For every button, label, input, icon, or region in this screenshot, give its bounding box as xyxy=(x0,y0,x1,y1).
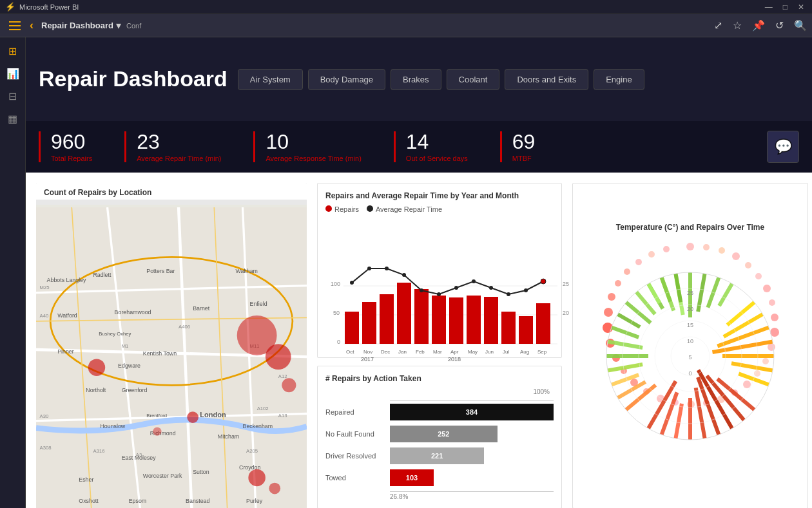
svg-text:Jul: Jul xyxy=(503,349,509,355)
bar-may[interactable] xyxy=(467,296,481,344)
svg-point-35 xyxy=(743,381,751,388)
action-taken-chart: # Repairs by Action Taken 100% Repaired … xyxy=(317,366,562,508)
action-label-repaired: Repaired xyxy=(325,408,390,416)
svg-text:London: London xyxy=(200,411,226,419)
sidebar-layout-icon[interactable]: ▦ xyxy=(8,113,17,125)
svg-text:A12: A12 xyxy=(278,373,287,379)
hamburger-line xyxy=(9,21,21,23)
kpi-avg-repair-time: 23 Average Repair Time (min) xyxy=(124,131,240,162)
kpi-total-repairs: 960 Total Repairs xyxy=(39,131,111,162)
svg-rect-85 xyxy=(617,312,641,328)
bar-sep[interactable] xyxy=(536,303,550,344)
report-title: Repair Dashboard xyxy=(41,21,113,30)
repairs-legend: Repairs xyxy=(325,205,359,213)
svg-text:25: 25 xyxy=(563,281,569,287)
close-btn[interactable]: ✕ xyxy=(795,3,807,12)
maximize-btn[interactable]: □ xyxy=(780,3,790,12)
svg-text:M1: M1 xyxy=(122,343,129,349)
svg-text:Jun: Jun xyxy=(485,349,494,355)
action-bar-repaired[interactable]: 384 xyxy=(390,404,554,420)
back-button[interactable]: ‹ xyxy=(30,19,34,32)
svg-point-48 xyxy=(604,308,613,317)
bar-jun[interactable] xyxy=(484,297,498,344)
tab-coolant[interactable]: Coolant xyxy=(447,69,500,90)
svg-point-29 xyxy=(769,299,775,306)
window-controls[interactable]: — □ ✕ xyxy=(762,3,807,12)
repair-bubble[interactable] xyxy=(266,344,291,370)
repair-bubble[interactable] xyxy=(282,378,296,392)
bar-chart-svg: 0 50 100 25 20 xyxy=(325,218,577,347)
line-dot xyxy=(524,288,528,292)
svg-text:20: 20 xyxy=(563,310,569,316)
minimize-btn[interactable]: — xyxy=(762,3,775,12)
svg-text:Greenford: Greenford xyxy=(122,387,148,393)
action-bar-towed[interactable]: 103 xyxy=(390,469,434,486)
svg-text:Esher: Esher xyxy=(79,476,93,483)
svg-point-22 xyxy=(686,243,694,250)
action-bar-no-fault[interactable]: 252 xyxy=(390,426,498,442)
tab-engine[interactable]: Engine xyxy=(594,69,644,90)
tab-doors-exits[interactable]: Doors and Exits xyxy=(505,69,588,90)
hamburger-line xyxy=(9,29,21,30)
tab-air-system[interactable]: Air System xyxy=(238,69,303,90)
line-dot xyxy=(420,288,423,292)
svg-point-27 xyxy=(755,273,762,279)
sidebar-home-icon[interactable]: ⊞ xyxy=(8,45,17,57)
content-area: Repairs and Average Repair Time by Year … xyxy=(26,173,812,508)
pin-btn[interactable]: 📌 xyxy=(752,19,765,32)
bar-nov[interactable] xyxy=(362,302,376,344)
tab-brakes[interactable]: Brakes xyxy=(391,69,441,90)
svg-text:0: 0 xyxy=(337,339,340,345)
report-title-arrow[interactable]: ▾ xyxy=(116,19,121,32)
main-content: Repair Dashboard Air System Body Damage … xyxy=(26,37,812,508)
svg-text:Kentish Town: Kentish Town xyxy=(143,350,177,357)
refresh-btn[interactable]: ↺ xyxy=(775,19,784,32)
hamburger-menu[interactable] xyxy=(5,16,24,35)
svg-text:Nov: Nov xyxy=(363,349,372,355)
bar-jan[interactable] xyxy=(397,283,411,344)
map-section: Count of Repairs by Location xyxy=(36,183,307,508)
bar-aug[interactable] xyxy=(519,316,533,344)
bar-mar[interactable] xyxy=(432,296,446,344)
action-row-towed: Towed 103 xyxy=(325,469,554,486)
radial-bar-group-red xyxy=(646,369,755,440)
bar-oct[interactable] xyxy=(345,312,359,344)
action-label-driver: Driver Resolved xyxy=(325,452,390,460)
tab-body-damage[interactable]: Body Damage xyxy=(308,69,385,90)
action-label-towed: Towed xyxy=(325,474,390,482)
search-btn[interactable]: 🔍 xyxy=(794,19,807,32)
sidebar-chart-icon[interactable]: 📊 xyxy=(6,68,19,80)
bar-feb[interactable] xyxy=(414,289,429,344)
repairs-by-month-chart: Repairs and Average Repair Time by Year … xyxy=(317,183,562,358)
action-bar-driver[interactable]: 221 xyxy=(390,447,484,464)
svg-rect-75 xyxy=(673,403,683,438)
svg-point-25 xyxy=(732,252,740,260)
svg-rect-82 xyxy=(606,354,648,358)
svg-text:Abbots Langley: Abbots Langley xyxy=(47,277,86,283)
bar-apr[interactable] xyxy=(449,297,463,344)
svg-text:A308: A308 xyxy=(40,445,52,451)
svg-text:25: 25 xyxy=(687,290,693,296)
sidebar-grid-icon[interactable]: ⊟ xyxy=(8,90,17,102)
repair-bubble[interactable] xyxy=(187,411,198,423)
svg-rect-59 xyxy=(696,273,706,312)
kpi-total-repairs-value: 960 xyxy=(51,131,92,152)
bar-dec[interactable] xyxy=(380,294,394,344)
kpi-mtbf: 69 MTBF xyxy=(500,131,555,162)
bottom-percent: 26.8% xyxy=(390,491,554,500)
repair-bubble[interactable] xyxy=(88,359,106,376)
svg-text:Bushey Oxhey: Bushey Oxhey xyxy=(99,331,131,337)
line-dot xyxy=(454,286,458,290)
repair-bubble[interactable] xyxy=(153,428,161,436)
svg-text:Northolt: Northolt xyxy=(86,387,106,393)
repair-bubble[interactable] xyxy=(248,469,266,487)
svg-text:A40: A40 xyxy=(40,313,49,319)
bookmark-btn[interactable]: ☆ xyxy=(733,19,742,32)
expand-btn[interactable]: ⤢ xyxy=(714,19,722,32)
comment-button[interactable]: 💬 xyxy=(767,131,799,163)
svg-text:Dec: Dec xyxy=(381,349,390,355)
svg-text:2017: 2017 xyxy=(361,356,374,362)
temperature-chart-title: Temperature (C°) and Repairs Over Time xyxy=(616,223,764,232)
repair-bubble[interactable] xyxy=(269,483,280,494)
bar-jul[interactable] xyxy=(501,312,516,344)
